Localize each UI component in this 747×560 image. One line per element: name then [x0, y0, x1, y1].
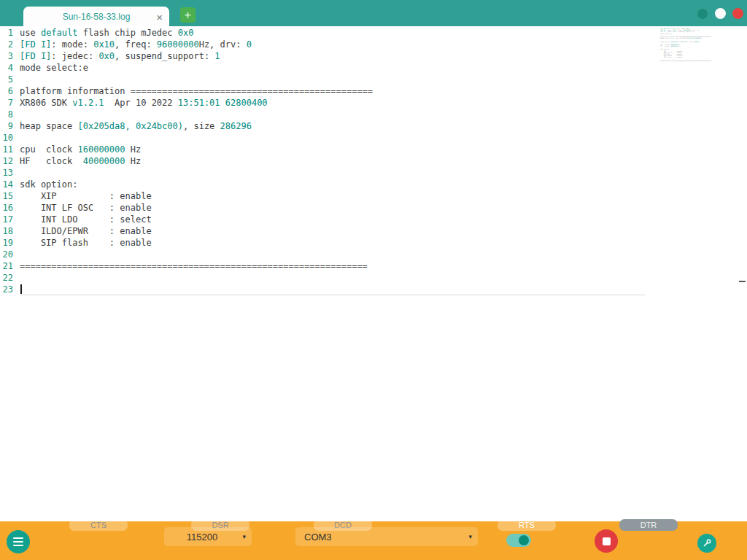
log-lines: 1use default flash chip mJedec 0x02[FD I…: [0, 27, 651, 295]
log-line: 11cpu clock 160000000 Hz: [0, 144, 651, 155]
line-number: 5: [0, 74, 20, 85]
line-number: 11: [0, 144, 20, 155]
port-select[interactable]: COM3 ▾: [295, 527, 478, 546]
line-number: 7: [0, 97, 20, 109]
line-number: 18: [0, 225, 20, 237]
log-line: 1use default flash chip mJedec 0x0: [0, 27, 651, 39]
log-line: 2[FD I]: mode: 0x10, freq: 96000000Hz, d…: [0, 39, 651, 50]
log-line: 6platform information ==================…: [0, 85, 651, 97]
tab-title: Sun-16-58-33.log: [63, 12, 131, 22]
log-line: 10: [0, 132, 651, 144]
log-line: 16 INT LF OSC : enable: [0, 202, 651, 214]
line-number: 19: [0, 237, 20, 249]
log-line: 22: [0, 272, 651, 284]
minimize-button[interactable]: [697, 9, 708, 19]
connect-toggle[interactable]: [506, 534, 531, 547]
line-number: 21: [0, 260, 20, 272]
log-tab[interactable]: Sun-16-58-33.log ×: [23, 7, 169, 26]
line-number: 14: [0, 179, 20, 190]
new-tab-button[interactable]: +: [180, 7, 196, 23]
minimap-lines: use default flash chip mJedec 0x0[FD I]:…: [660, 28, 711, 64]
line-number: 2: [0, 39, 20, 50]
log-line: 18 ILDO/EPWR : enable: [0, 225, 651, 237]
tab-close-icon[interactable]: ×: [156, 11, 163, 22]
log-line: 7XR806 SDK v1.2.1 Apr 10 2022 13:51:01 6…: [0, 97, 651, 109]
maximize-button[interactable]: [715, 8, 726, 19]
line-number: 20: [0, 249, 20, 260]
log-line: 14sdk option:: [0, 179, 651, 190]
line-number: 10: [0, 132, 20, 144]
log-line: 4mode select:e: [0, 62, 651, 74]
text-cursor: [20, 284, 22, 294]
stop-button[interactable]: [595, 529, 618, 553]
log-line: 17 INT LDO : select: [0, 214, 651, 225]
line-number: 22: [0, 272, 20, 284]
menu-button[interactable]: [7, 530, 30, 553]
log-viewer: 1use default flash chip mJedec 0x02[FD I…: [0, 26, 747, 521]
line-number: 8: [0, 109, 20, 120]
line-number: 1: [0, 27, 20, 39]
minimap-line: ========================================…: [660, 60, 711, 61]
log-line: 23: [0, 284, 651, 295]
stop-icon: [603, 537, 611, 545]
line-number: 17: [0, 214, 20, 225]
wrench-icon: [702, 538, 712, 548]
line-number: 12: [0, 155, 20, 167]
log-line: 15 XIP : enable: [0, 190, 651, 202]
signal-chip-dtr[interactable]: DTR: [619, 519, 678, 531]
line-number: 23: [0, 284, 20, 295]
log-line: 20: [0, 249, 651, 260]
log-line: 5: [0, 74, 651, 85]
line-number: 15: [0, 190, 20, 202]
log-line: 21======================================…: [0, 260, 651, 272]
titlebar: Sun-16-58-33.log × +: [0, 0, 747, 26]
port-value: COM3: [304, 532, 332, 542]
line-number: 9: [0, 120, 20, 132]
chevron-down-icon: ▾: [468, 533, 472, 540]
hamburger-icon: [13, 535, 23, 548]
serial-control-bar: CTSDSRDCDRTSDTR 115200 ▾ COM3 ▾: [0, 521, 747, 560]
minimap-line: [660, 63, 711, 64]
chevron-down-icon: ▾: [242, 533, 246, 540]
signal-chip-rts[interactable]: RTS: [498, 519, 556, 531]
settings-button[interactable]: [697, 534, 716, 553]
log-line: 19 SIP flash : enable: [0, 237, 651, 249]
line-number: 4: [0, 62, 20, 74]
scrollbar-thumb[interactable]: [739, 281, 746, 282]
line-number: 6: [0, 85, 20, 97]
line-number: 3: [0, 50, 20, 62]
line-number: 13: [0, 167, 20, 179]
signal-chip-cts[interactable]: CTS: [69, 519, 128, 531]
baud-select[interactable]: 115200 ▾: [164, 527, 252, 546]
log-line: 3[FD I]: jedec: 0x0, suspend_support: 1: [0, 50, 651, 62]
log-line: 8: [0, 109, 651, 120]
toggle-knob: [519, 535, 529, 545]
baud-value: 115200: [187, 532, 217, 542]
log-line: 12HF clock 40000000 Hz: [0, 155, 651, 167]
minimap[interactable]: use default flash chip mJedec 0x0[FD I]:…: [660, 28, 711, 67]
log-line: 13: [0, 167, 651, 179]
line-number: 16: [0, 202, 20, 214]
close-button[interactable]: [732, 8, 743, 19]
log-line: 9heap space [0x205da8, 0x24bc00), size 2…: [0, 120, 651, 132]
